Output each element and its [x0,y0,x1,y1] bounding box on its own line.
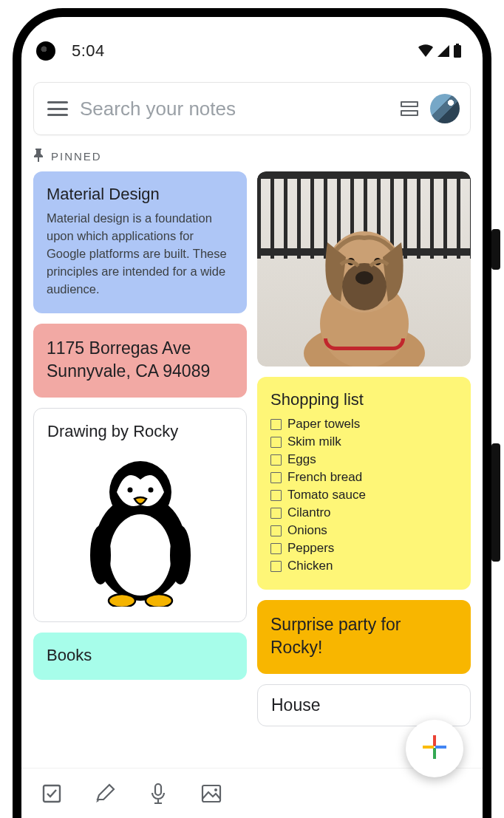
svg-rect-1 [454,45,461,58]
status-clock: 5:04 [72,41,105,61]
layout-toggle-icon[interactable] [401,101,418,116]
note-title: Shopping list [270,390,457,409]
wifi-icon [418,44,434,58]
checkbox-icon[interactable] [270,508,282,519]
shopping-item-label: Chicken [287,559,333,573]
svg-point-6 [148,487,153,492]
note-body: 1175 Borregas Ave Sunnyvale, CA 94089 [47,337,234,383]
status-bar: 5:04 [21,33,483,69]
new-note-fab[interactable] [406,720,463,777]
shopping-item-label: Eggs [287,452,316,467]
note-title: Books [47,646,234,665]
new-audio-button[interactable] [147,783,169,805]
device-side-button-small [491,229,500,270]
shopping-item[interactable]: Skim milk [270,433,457,451]
checkbox-icon[interactable] [270,454,282,466]
pin-icon [33,149,44,164]
svg-rect-24 [202,785,220,802]
note-title: House [271,694,457,717]
shopping-item-label: Skim milk [287,434,341,449]
checkbox-icon[interactable] [270,543,282,554]
front-camera [36,41,55,61]
note-drawing[interactable]: Drawing by Rocky [33,408,247,622]
shopping-item-label: Tomato sauce [287,488,366,502]
note-title: Surprise party for Rocky! [270,613,457,659]
new-list-button[interactable] [41,783,63,805]
svg-point-9 [109,594,135,607]
svg-rect-19 [433,748,436,759]
drawing-penguin [47,447,233,607]
note-title: Drawing by Rocky [47,422,233,441]
note-books[interactable]: Books [33,633,247,680]
shopping-item[interactable]: Eggs [270,451,457,468]
checkbox-icon[interactable] [270,490,282,501]
bottom-toolbar [21,768,483,818]
shopping-item-label: Peppers [287,541,334,556]
note-address[interactable]: 1175 Borregas Ave Sunnyvale, CA 94089 [33,324,247,398]
checkbox-icon[interactable] [270,472,282,483]
svg-point-7 [90,525,111,584]
checkbox-icon[interactable] [270,561,282,572]
shopping-item[interactable]: Cilantro [270,504,457,522]
note-photo-dog[interactable] [257,171,471,367]
note-material-design[interactable]: Material Design Material design is a fou… [33,171,247,313]
note-shopping-list[interactable]: Shopping list Paper towelsSkim milkEggsF… [257,377,471,590]
svg-point-10 [146,594,172,607]
new-image-button[interactable] [200,783,222,805]
checkbox-icon[interactable] [270,419,282,430]
svg-rect-18 [433,735,436,746]
pinned-label: PINNED [51,150,102,163]
search-input[interactable]: Search your notes [80,98,389,120]
account-avatar[interactable] [430,94,460,123]
svg-rect-21 [435,746,446,749]
note-body: Material design is a foundation upon whi… [47,210,234,299]
shopping-item[interactable]: Tomato sauce [270,486,457,504]
cellular-icon [437,44,450,58]
svg-rect-23 [155,784,161,795]
shopping-item-label: French bread [287,470,362,485]
device-side-button-large [491,443,500,562]
shopping-item-label: Onions [287,523,327,538]
shopping-items: Paper towelsSkim milkEggsFrench breadTom… [270,415,457,575]
shopping-item[interactable]: Paper towels [270,415,457,433]
checkbox-icon[interactable] [270,437,282,448]
svg-point-4 [109,514,171,596]
svg-rect-0 [456,44,459,45]
shopping-item-label: Paper towels [287,417,360,432]
svg-point-8 [170,525,191,584]
svg-point-14 [342,263,386,310]
pinned-section-header: PINNED [33,149,471,164]
svg-point-25 [214,788,217,791]
plus-icon [420,733,449,764]
svg-point-15 [355,271,373,284]
svg-rect-20 [423,746,434,749]
shopping-item[interactable]: Chicken [270,557,457,575]
shopping-item-label: Cilantro [287,505,331,520]
svg-point-5 [127,487,132,492]
note-title: Material Design [47,185,234,204]
search-bar[interactable]: Search your notes [33,82,471,135]
note-surprise-party[interactable]: Surprise party for Rocky! [257,600,471,674]
battery-icon [453,44,462,58]
shopping-item[interactable]: Onions [270,522,457,539]
shopping-item[interactable]: Peppers [270,539,457,557]
menu-icon[interactable] [47,101,68,116]
new-drawing-button[interactable] [94,783,116,805]
checkbox-icon[interactable] [270,525,282,536]
shopping-item[interactable]: French bread [270,468,457,486]
